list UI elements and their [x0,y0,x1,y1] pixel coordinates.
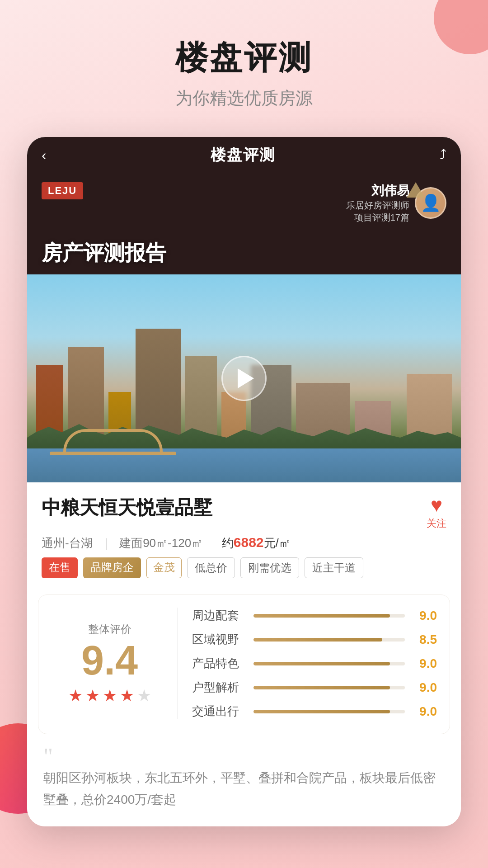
tags-row: 在售 品牌房企 金茂 低总价 刚需优选 近主干道 [42,557,446,578]
score-bar-fill-traffic [253,710,390,713]
score-val-layout: 9.0 [412,680,437,695]
reviewer-name: 刘伟易 [346,182,409,199]
reviewer-text: 刘伟易 乐居好房评测师 项目评测17篇 [346,182,409,224]
bridge-arch [63,429,163,452]
score-item-layout: 户型解析 9.0 [192,679,437,695]
score-bar-bg-traffic [253,710,405,713]
tag-brand-enterprise: 品牌房企 [83,557,141,578]
bridge-span [50,452,176,455]
price-value: 6882 [234,535,264,550]
heart-icon: ♥ [431,495,442,515]
star-4: ★ [120,686,134,705]
app-topbar: ‹ 楼盘评测 ⤴ [27,137,461,173]
separator-1: ｜ [100,536,112,550]
brand-logo: LEJU [42,182,83,199]
page-title: 楼盘评测 [0,36,488,80]
score-bar-fill-surrounding [253,614,390,618]
score-val-surrounding: 9.0 [412,609,437,623]
property-name: 中粮天恒天悦壹品墅 [42,495,427,520]
tag-sale: 在售 [42,557,78,578]
score-bar-fill-view [253,638,382,642]
score-item-traffic: 交通出行 9.0 [192,703,437,719]
score-breakdown: 周边配套 9.0 区域视野 8.5 产品特色 9.0 [178,608,437,719]
reviewer-info: 刘伟易 乐居好房评测师 项目评测17篇 👤 [346,182,446,224]
follow-label: 关注 [427,517,446,530]
ratings-card: 整体评价 9.4 ★ ★ ★ ★ ★ 周边配套 9.0 区域视野 [38,594,450,734]
score-label-surrounding: 周边配套 [192,608,246,623]
tag-transport: 近主干道 [305,557,363,578]
star-2: ★ [85,686,100,705]
share-button[interactable]: ⤴ [440,147,446,163]
brand-logo-area: LEJU [42,182,83,199]
score-val-view: 8.5 [412,632,437,647]
rating-score: 9.4 [81,640,138,681]
score-bar-fill-product [253,662,390,665]
quote-mark: " [43,750,445,764]
property-location: 通州-台湖 [42,536,93,550]
score-item-surrounding: 周边配套 9.0 [192,608,437,623]
stars-row: ★ ★ ★ ★ ★ [68,686,151,705]
score-item-view: 区域视野 8.5 [192,632,437,647]
score-bar-fill-layout [253,686,390,689]
tag-low-price: 低总价 [187,557,235,578]
page-subtitle: 为你精选优质房源 [0,87,488,110]
score-item-product: 产品特色 9.0 [192,656,437,671]
play-button[interactable] [221,356,267,401]
topbar-title: 楼盘评测 [211,145,276,165]
score-label-traffic: 交通出行 [192,703,246,719]
reviewer-role-line1: 乐居好房评测师 [346,199,409,212]
score-bar-bg-product [253,662,405,665]
property-price-area: 约6882元/㎡ [222,536,291,550]
property-info: 中粮天恒天悦壹品墅 ♥ 关注 通州-台湖 ｜ 建面90㎡-120㎡ 约6882元… [27,482,461,585]
banner-header: LEJU 刘伟易 乐居好房评测师 项目评测17篇 👤 [27,173,461,228]
tag-jinmao: 金茂 [146,557,182,578]
property-top: 中粮天恒天悦壹品墅 ♥ 关注 [42,495,446,530]
separator-2 [211,536,214,550]
follow-button[interactable]: ♥ 关注 [427,495,446,530]
play-icon [238,368,254,388]
score-bar-bg-view [253,638,405,642]
tag-just-right: 刚需优选 [240,557,299,578]
report-title: 房产评测报告 [27,228,461,274]
reviewer-role-line2: 项目评测17篇 [346,212,409,224]
banner-area: LEJU 刘伟易 乐居好房评测师 项目评测17篇 👤 房产评测报告 [27,173,461,482]
score-bar-bg-layout [253,686,405,689]
star-1: ★ [68,686,83,705]
phone-card: ‹ 楼盘评测 ⤴ LEJU 刘伟易 乐居好房评测师 项目评测17篇 👤 房产评测… [27,137,461,826]
score-label-layout: 户型解析 [192,679,246,695]
video-container[interactable] [27,274,461,482]
score-val-product: 9.0 [412,656,437,671]
triangle-decoration [407,182,425,198]
back-button[interactable]: ‹ [42,147,47,164]
page-header: 楼盘评测 为你精选优质房源 [0,0,488,128]
score-val-traffic: 9.0 [412,704,437,719]
star-5: ★ [137,686,151,705]
score-label-view: 区域视野 [192,632,246,647]
score-bar-bg-surrounding [253,614,405,618]
price-unit: 元/㎡ [264,536,291,550]
property-details: 通州-台湖 ｜ 建面90㎡-120㎡ 约6882元/㎡ [42,535,446,551]
description-text: 朝阳区孙河板块，东北五环外，平墅、叠拼和合院产品，板块最后低密墅叠，总价2400… [43,767,445,810]
bridge [27,433,461,455]
score-label-product: 产品特色 [192,656,246,671]
description-area: " 朝阳区孙河板块，东北五环外，平墅、叠拼和合院产品，板块最后低密墅叠，总价24… [27,745,461,826]
price-prefix: 约 [222,536,234,550]
rating-label: 整体评价 [88,622,131,637]
property-size: 建面90㎡-120㎡ [119,536,203,550]
star-3: ★ [103,686,117,705]
overall-rating: 整体评价 9.4 ★ ★ ★ ★ ★ [51,608,178,719]
